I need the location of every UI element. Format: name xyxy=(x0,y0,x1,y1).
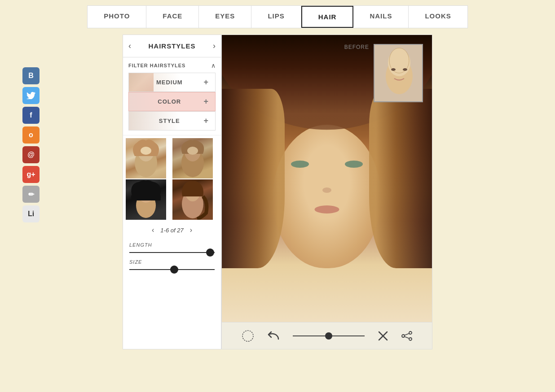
filter-section: FILTER HAIRSTYLES ∧ MEDIUM + COLOR + STY… xyxy=(123,57,221,135)
filter-style[interactable]: STYLE + xyxy=(128,111,216,131)
tab-face[interactable]: FACE xyxy=(146,6,199,28)
pagination-prev[interactable]: ‹ xyxy=(152,226,154,234)
filter-header[interactable]: FILTER HAIRSTYLES ∧ xyxy=(128,62,216,69)
filter-title: FILTER HAIRSTYLES xyxy=(128,63,185,68)
bottom-toolbar xyxy=(222,322,432,349)
dots-circle-icon xyxy=(242,330,254,342)
tab-photo[interactable]: PHOTO xyxy=(88,6,146,28)
length-slider-thumb[interactable] xyxy=(206,248,214,257)
share-icon xyxy=(401,331,412,341)
hairstyle-3[interactable] xyxy=(126,179,166,220)
filter-color[interactable]: COLOR + xyxy=(128,92,216,111)
filter-style-label: STYLE xyxy=(135,118,203,124)
toolbar-slider-track xyxy=(293,335,365,336)
svg-point-21 xyxy=(409,338,412,340)
nav-tabs: PHOTO FACE EYES LIPS HAIR NAILS LOOKS xyxy=(87,5,467,28)
panel-title: HAIRSTYLES xyxy=(148,42,195,50)
hairstyles-next-button[interactable]: › xyxy=(213,41,216,51)
pagination-next[interactable]: › xyxy=(190,226,192,234)
svg-line-24 xyxy=(405,336,409,338)
social-twitter-button[interactable] xyxy=(22,87,40,104)
top-navigation: PHOTO FACE EYES LIPS HAIR NAILS LOOKS xyxy=(0,0,555,28)
before-label: BEFORE xyxy=(344,44,369,50)
social-ok-button[interactable]: о xyxy=(22,126,40,144)
social-mail-button[interactable]: @ xyxy=(22,146,40,163)
before-face-image xyxy=(374,45,422,101)
pagination: ‹ 1-6 of 27 › xyxy=(123,222,221,238)
size-label: SIZE xyxy=(129,259,215,265)
svg-point-22 xyxy=(402,335,405,337)
close-button[interactable] xyxy=(378,331,388,341)
pagination-text: 1-6 of 27 xyxy=(160,227,183,234)
undo-icon xyxy=(268,331,279,341)
svg-rect-8 xyxy=(131,195,161,200)
social-vk-button[interactable]: В xyxy=(22,67,40,84)
filter-options: MEDIUM + COLOR + STYLE + xyxy=(128,73,216,131)
main-content: ‹ HAIRSTYLES › FILTER HAIRSTYLES ∧ MEDIU… xyxy=(0,28,555,356)
svg-point-2 xyxy=(141,147,151,155)
filter-color-label: COLOR xyxy=(135,98,203,105)
share-button[interactable] xyxy=(401,331,412,341)
hairstyle-4[interactable] xyxy=(172,179,213,220)
right-panel: BEFORE xyxy=(221,35,432,349)
social-li-button[interactable]: Li xyxy=(22,205,40,222)
filter-chevron-icon: ∧ xyxy=(211,62,216,69)
svg-line-23 xyxy=(405,333,409,335)
svg-point-16 xyxy=(403,68,407,71)
size-slider-track xyxy=(129,269,215,270)
hairstyle-2[interactable] xyxy=(172,138,213,179)
svg-point-17 xyxy=(242,331,253,341)
tab-hair[interactable]: HAIR xyxy=(301,6,354,28)
length-slider-track xyxy=(129,252,215,253)
length-label: LENGTH xyxy=(129,242,215,248)
social-sidebar: В f о @ g+ ✏ Li xyxy=(18,63,44,227)
close-icon xyxy=(378,331,388,341)
toolbar-slider-thumb[interactable] xyxy=(325,332,332,340)
tab-eyes[interactable]: EYES xyxy=(199,6,251,28)
social-pin-button[interactable]: ✏ xyxy=(22,186,40,203)
toolbar-slider[interactable] xyxy=(293,335,365,336)
filter-color-plus-icon: + xyxy=(203,97,209,106)
svg-point-5 xyxy=(187,147,198,155)
left-panel: ‹ HAIRSTYLES › FILTER HAIRSTYLES ∧ MEDIU… xyxy=(123,35,221,349)
filter-medium[interactable]: MEDIUM + xyxy=(128,73,216,92)
filter-medium-plus-icon: + xyxy=(203,78,209,87)
size-slider-thumb[interactable] xyxy=(170,266,178,274)
dots-button[interactable] xyxy=(242,330,254,342)
hairstyle-1[interactable] xyxy=(126,138,166,179)
tab-looks[interactable]: LOOKS xyxy=(409,6,467,28)
svg-point-20 xyxy=(409,331,412,334)
hairstyle-grid xyxy=(123,135,221,222)
filter-style-plus-icon: + xyxy=(203,116,209,126)
panel-header: ‹ HAIRSTYLES › xyxy=(123,35,221,57)
before-thumbnail[interactable] xyxy=(374,44,423,102)
image-area: BEFORE xyxy=(222,35,432,322)
length-slider-container xyxy=(129,252,215,253)
social-facebook-button[interactable]: f xyxy=(22,107,40,124)
size-slider-container xyxy=(129,269,215,270)
tab-lips[interactable]: LIPS xyxy=(251,6,301,28)
undo-button[interactable] xyxy=(268,331,279,341)
slider-section: LENGTH SIZE xyxy=(123,238,221,281)
hairstyles-prev-button[interactable]: ‹ xyxy=(128,41,131,51)
tab-nails[interactable]: NAILS xyxy=(353,6,409,28)
social-gplus-button[interactable]: g+ xyxy=(22,166,40,183)
svg-point-15 xyxy=(391,68,396,71)
